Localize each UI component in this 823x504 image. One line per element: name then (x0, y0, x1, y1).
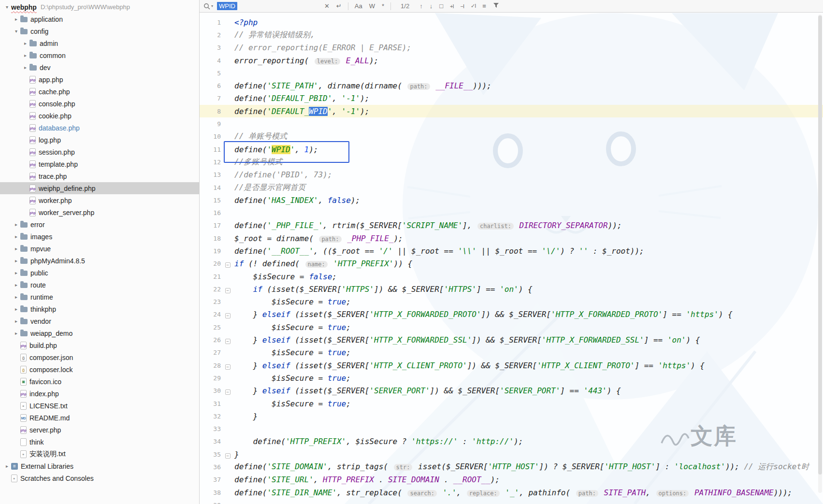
line-number[interactable]: 2 (200, 31, 221, 39)
line-number[interactable]: 20 (200, 260, 221, 267)
scrollbar-thumb[interactable] (818, 15, 822, 475)
chevron-right-icon[interactable]: ▸ (12, 306, 20, 312)
line-number[interactable]: 23 (200, 298, 221, 305)
chevron-right-icon[interactable]: ▸ (12, 258, 20, 263)
code-line[interactable]: 11define('WPID', 1); (200, 143, 823, 156)
chevron-down-icon[interactable]: ▾ (3, 4, 11, 10)
tree-item-cache-php[interactable]: cache.php (0, 86, 199, 98)
line-number[interactable]: 28 (200, 362, 221, 369)
line-number[interactable]: 6 (200, 82, 221, 89)
tree-item-template-php[interactable]: template.php (0, 158, 199, 170)
line-number[interactable]: 34 (200, 438, 221, 445)
chevron-right-icon[interactable]: ▸ (12, 246, 20, 251)
line-number[interactable]: 25 (200, 324, 221, 331)
code-line[interactable]: 2// 异常错误报错级别, (200, 29, 823, 41)
tree-item-cookie-php[interactable]: cookie.php (0, 110, 199, 122)
line-number[interactable]: 37 (200, 476, 221, 483)
line-number[interactable]: 22 (200, 286, 221, 293)
line-number[interactable]: 31 (200, 400, 221, 407)
tree-item-dev[interactable]: ▸dev (0, 61, 199, 73)
clear-search-button[interactable]: ✕ (324, 2, 330, 10)
code-line[interactable]: 21 $isSecure = false; (200, 270, 823, 283)
code-line[interactable]: 28− } elseif (isset($_SERVER['HTTP_X_CLI… (200, 359, 823, 372)
code-line[interactable]: 34 define('HTTP_PREFIX', $isSecure ? 'ht… (200, 435, 823, 448)
tree-item-worker-server-php[interactable]: worker_server.php (0, 206, 199, 218)
tree-item-server-php[interactable]: server.php (0, 424, 199, 436)
tree-item-composer-lock[interactable]: composer.lock (0, 363, 199, 375)
line-number[interactable]: 19 (200, 247, 221, 255)
remove-occurrence-button[interactable]: −I (461, 3, 464, 9)
line-number[interactable]: 15 (200, 197, 221, 204)
filter-icon[interactable] (493, 2, 499, 10)
code-line[interactable]: 1<?php (200, 16, 823, 29)
fold-marker-icon[interactable]: − (225, 339, 231, 344)
code-line[interactable]: 14//是否显示官网首页 (200, 181, 823, 194)
line-number[interactable]: 24 (200, 311, 221, 318)
tree-item-build-php[interactable]: build.php (0, 339, 199, 351)
code-line[interactable]: 35−} (200, 448, 823, 461)
fold-marker-icon[interactable]: − (225, 389, 231, 395)
tree-item-trace-php[interactable]: trace.php (0, 170, 199, 182)
code-line[interactable]: 30− } elseif (isset($_SERVER['SERVER_POR… (200, 385, 823, 397)
code-line[interactable]: 23 $isSecure = true; (200, 296, 823, 308)
chevron-right-icon[interactable]: ▸ (12, 270, 20, 275)
code-line[interactable]: 25 $isSecure = true; (200, 321, 823, 333)
line-number[interactable]: 38 (200, 489, 221, 496)
fold-marker-icon[interactable]: − (225, 313, 231, 318)
previous-match-button[interactable]: ↑ (419, 2, 423, 10)
tree-item-app-php[interactable]: app.php (0, 73, 199, 86)
tree-item-worker-php[interactable]: worker.php (0, 194, 199, 206)
code-line[interactable]: 29 $isSecure = true; (200, 372, 823, 384)
tree-item-index-php[interactable]: index.php (0, 388, 199, 400)
match-case-button[interactable]: Aa (355, 2, 362, 10)
tree-item-scratches[interactable]: Scratches and Consoles (0, 472, 199, 484)
fold-marker-icon[interactable]: − (225, 453, 231, 459)
code-line[interactable]: 6define('SITE_PATH', dirname(dirname( pa… (200, 79, 823, 92)
newline-button[interactable]: ↵ (336, 2, 342, 10)
tree-item-common[interactable]: ▸common (0, 49, 199, 61)
tree-item-application[interactable]: ▸application (0, 13, 199, 25)
chevron-right-icon[interactable]: ▸ (12, 294, 20, 300)
tree-item-database-php[interactable]: database.php (0, 122, 199, 134)
code-line[interactable]: 24− } elseif (isset($_SERVER['HTTP_X_FOR… (200, 308, 823, 321)
chevron-right-icon[interactable]: ▸ (12, 282, 20, 288)
code-line[interactable]: 27 $isSecure = true; (200, 346, 823, 359)
chevron-right-icon[interactable]: ▸ (12, 318, 20, 324)
fold-marker-icon[interactable]: − (225, 364, 231, 370)
line-number[interactable]: 30 (200, 387, 221, 394)
code-line[interactable]: 12//多账号模式 (200, 156, 823, 168)
chevron-right-icon[interactable]: ▸ (21, 41, 29, 46)
line-number[interactable]: 35 (200, 451, 221, 458)
code-line[interactable]: 16 (200, 206, 823, 219)
chevron-right-icon[interactable]: ▸ (12, 234, 20, 239)
line-number[interactable]: 16 (200, 209, 221, 216)
add-occurrence-button[interactable]: +I (450, 3, 453, 9)
chevron-right-icon[interactable]: ▸ (12, 222, 20, 227)
code-line[interactable]: 22− if (isset($_SERVER['HTTPS']) && $_SE… (200, 283, 823, 295)
line-number[interactable]: 4 (200, 57, 221, 64)
tree-item-vendor[interactable]: ▸vendor (0, 315, 199, 327)
chevron-right-icon[interactable]: ▸ (3, 463, 11, 469)
find-in-selection-button[interactable]: □ (439, 2, 443, 10)
chevron-right-icon[interactable]: ▸ (12, 16, 20, 22)
code-line[interactable]: 37define('SITE_URL', HTTP_PREFIX . SITE_… (200, 474, 823, 486)
line-number[interactable]: 18 (200, 235, 221, 242)
code-line[interactable]: 7define('DEFAULT_PBID', '-1'); (200, 92, 823, 105)
chevron-right-icon[interactable]: ▸ (21, 65, 29, 70)
words-button[interactable]: W (369, 2, 375, 10)
code-line[interactable]: 19define('__ROOT__', (($_root == '/' || … (200, 245, 823, 257)
line-number[interactable]: 17 (200, 222, 221, 229)
line-number[interactable]: 7 (200, 95, 221, 102)
code-line[interactable]: 33 (200, 423, 823, 435)
line-number[interactable]: 12 (200, 158, 221, 166)
code-line[interactable]: 8define('DEFAULT_WPID', '-1'); (200, 105, 823, 117)
next-match-button[interactable]: ↓ (430, 2, 433, 10)
code-line[interactable]: 36define('SITE_DOMAIN', strip_tags( str:… (200, 461, 823, 473)
tree-item-session-php[interactable]: session.php (0, 146, 199, 158)
tree-item-readme-md[interactable]: README.md (0, 412, 199, 424)
tree-item-think[interactable]: think (0, 436, 199, 448)
line-number[interactable]: 32 (200, 413, 221, 420)
tree-item-favicon-ico[interactable]: favicon.ico (0, 375, 199, 388)
line-number[interactable]: 5 (200, 70, 221, 77)
tree-item-composer-json[interactable]: composer.json (0, 351, 199, 363)
